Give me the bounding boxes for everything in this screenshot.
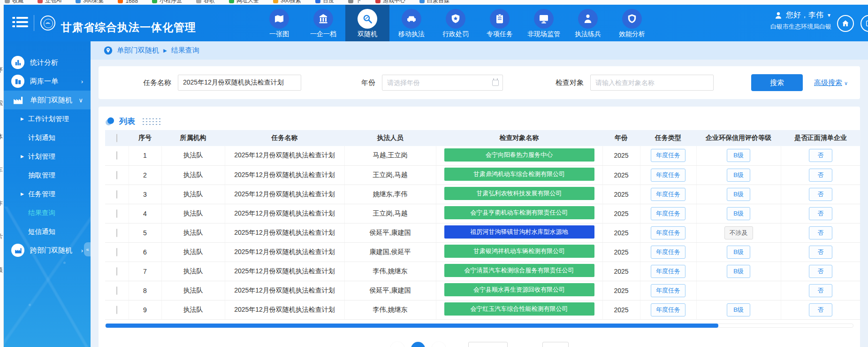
bookmark-item[interactable]: 小程序盒 [152, 0, 182, 5]
nav-item-8[interactable]: 执法练兵 [566, 5, 610, 41]
sidebar-collapse-handle[interactable]: « [84, 242, 91, 256]
breadcrumb-item-current[interactable]: 结果查询 [171, 46, 199, 55]
advanced-search-link[interactable]: 高级搜索∨ [814, 78, 848, 87]
row-checkbox[interactable] [116, 229, 117, 237]
side-strip-char: 片 [0, 232, 3, 241]
nav-item-4[interactable]: 移动执法 [389, 5, 434, 41]
nav-item-7[interactable]: 非现场监管 [522, 5, 566, 41]
prev-page-button[interactable] [390, 342, 404, 347]
target-badge[interactable]: 祖厉河甘沟驿镇甘沟村水库型水源地 [444, 225, 594, 239]
bookmark-item[interactable]: 白泉自媒 [419, 0, 449, 5]
bookmark-item[interactable]: 1688 [118, 0, 138, 4]
select-all-checkbox[interactable] [116, 134, 117, 142]
bookmark-favicon [118, 0, 123, 3]
sidebar-item-计划管理[interactable]: ▶计划管理 [4, 147, 91, 166]
target-badge[interactable]: 会宁红玉汽车综合性能检测有限公司 [444, 302, 594, 316]
sidebar-item-统计分析[interactable]: 统计分析 [4, 53, 91, 72]
target-badge[interactable]: 甘肃弘利农牧科技发展有限公司 [444, 187, 594, 200]
row-checkbox[interactable] [116, 190, 117, 199]
bookmark-item[interactable]: 下 [348, 0, 361, 5]
cell-credit-rating: B级 [696, 300, 781, 319]
row-checkbox[interactable] [116, 267, 117, 276]
menu-toggle-icon[interactable] [12, 17, 28, 29]
nav-item-9[interactable]: 效能分析 [610, 5, 654, 41]
target-badge[interactable]: 会宁县顺水再生资源回收有限公司 [444, 283, 594, 296]
target-badge[interactable]: 会宁向阳春热力服务中心 [444, 148, 594, 162]
cell-task-type: 年度任务 [640, 146, 696, 165]
bookmark-item[interactable]: 网址大全 [229, 0, 259, 5]
bookmark-item[interactable]: 收藏 [5, 0, 23, 5]
sidebar-item-抽取管理[interactable]: 抽取管理 [4, 166, 91, 185]
row-checkbox[interactable] [116, 209, 117, 218]
sidebar-item-单部门双随机[interactable]: 单部门双随机∨ [4, 91, 91, 109]
nav-item-5[interactable]: 行政处罚 [434, 5, 478, 41]
home-button[interactable] [837, 15, 854, 32]
row-checkbox[interactable] [116, 248, 117, 256]
user-menu[interactable]: 您好，李伟 ▼ [748, 10, 831, 20]
row-checkbox[interactable] [116, 306, 117, 314]
nav-item-3[interactable]: 双随机 [345, 5, 389, 41]
sidebar-item-任务管理[interactable]: ▶任务管理 [4, 185, 91, 203]
sidebar-item-跨部门双随机[interactable]: 跨部门双随机› [4, 241, 91, 260]
nav-label: 移动执法 [398, 30, 425, 39]
app-logo [40, 15, 55, 31]
map-icon [274, 13, 285, 24]
dots-decoration-icon [142, 117, 161, 125]
sidebar-item-两库一单[interactable]: 两库一单› [4, 72, 91, 91]
bookmark-item[interactable]: 谷歌 [196, 0, 215, 5]
exit-button[interactable] [860, 15, 868, 32]
bookmark-item[interactable]: 立包AI [38, 0, 61, 5]
row-checkbox[interactable] [116, 171, 117, 179]
target-input[interactable] [590, 75, 714, 91]
sidebar-item-结果查询[interactable]: 结果查询 [4, 203, 91, 222]
target-badge[interactable]: 甘肃银鸿祥机动车辆检测有限公司 [444, 245, 594, 258]
cell-officers: 侯延平,康建国 [344, 223, 436, 242]
whitelist-tag: 否 [809, 265, 832, 278]
nav-item-1[interactable]: 一张图 [257, 5, 301, 41]
sidebar: 统计分析两库一单›单部门双随机∨▶工作计划管理计划通知▶计划管理抽取管理▶任务管… [4, 41, 91, 347]
bookmark-item[interactable]: 游戏中心 [375, 0, 405, 5]
target-badge[interactable]: 会宁县亨衢机动车检测有限责任公司 [444, 206, 594, 219]
year-input[interactable] [382, 75, 503, 91]
chevron-right-icon: › [81, 78, 83, 85]
sidebar-item-短信通知[interactable]: 短信通知 [4, 222, 91, 241]
table-row: 3执法队2025年12月份双随机执法检查计划姚继东,李伟甘肃弘利农牧科技发展有限… [105, 185, 860, 204]
target-badge[interactable]: 会宁清晨汽车检测综合服务有限责任公司 [444, 264, 594, 277]
factory-icon [12, 94, 23, 106]
search-button[interactable]: 搜索 [751, 74, 803, 91]
next-page-button[interactable] [432, 342, 446, 347]
nav-item-6[interactable]: 专项任务 [478, 5, 522, 41]
bookmark-item[interactable]: 百度 [315, 0, 334, 5]
breadcrumb-item-parent[interactable]: 单部门双随机 [117, 46, 159, 55]
task-name-input[interactable] [178, 75, 301, 91]
car-icon-wrap [402, 9, 421, 29]
cell-target: 祖厉河甘沟驿镇甘沟村水库型水源地 [436, 223, 602, 242]
cell-credit-rating [696, 281, 781, 300]
bookmark-item[interactable]: 360搜索 [273, 0, 301, 5]
calendar-icon[interactable] [492, 80, 499, 86]
nav-label: 双随机 [358, 30, 377, 39]
credit-rating-tag: B级 [727, 246, 750, 259]
sidebar-item-工作计划管理[interactable]: ▶工作计划管理 [4, 109, 91, 128]
row-checkbox[interactable] [116, 151, 117, 160]
nav-item-2[interactable]: 一企一档 [301, 5, 345, 41]
list-bullet-icon [105, 116, 114, 126]
page-jump-input[interactable] [542, 342, 569, 347]
row-checkbox[interactable] [116, 286, 117, 295]
bookmark-item[interactable]: 360采集 [76, 0, 104, 5]
task-type-tag: 年度任务 [651, 207, 685, 220]
submenu-arrow-icon: ▶ [21, 154, 24, 159]
scrollbar-thumb[interactable] [106, 324, 718, 328]
nav-label: 专项任务 [487, 30, 513, 39]
task-type-tag: 年度任务 [651, 169, 685, 182]
nav-label: 效能分析 [619, 30, 645, 39]
target-badge[interactable]: 甘肃鼎鸿机动车综合检测有限公司 [444, 168, 594, 181]
task-type-tag: 年度任务 [651, 149, 685, 162]
credit-rating-tag: B级 [727, 188, 750, 201]
nav-label: 执法练兵 [575, 30, 601, 39]
sidebar-item-计划通知[interactable]: 计划通知 [4, 128, 91, 147]
main-content: 单部门双随机 ▶ 结果查询 任务名称 年份 检查对象 搜索 高级搜索∨ 列表 [91, 41, 868, 347]
cell-whitelist: 否 [781, 223, 860, 242]
current-page-button[interactable] [411, 342, 425, 347]
page-size-select[interactable] [468, 342, 508, 347]
